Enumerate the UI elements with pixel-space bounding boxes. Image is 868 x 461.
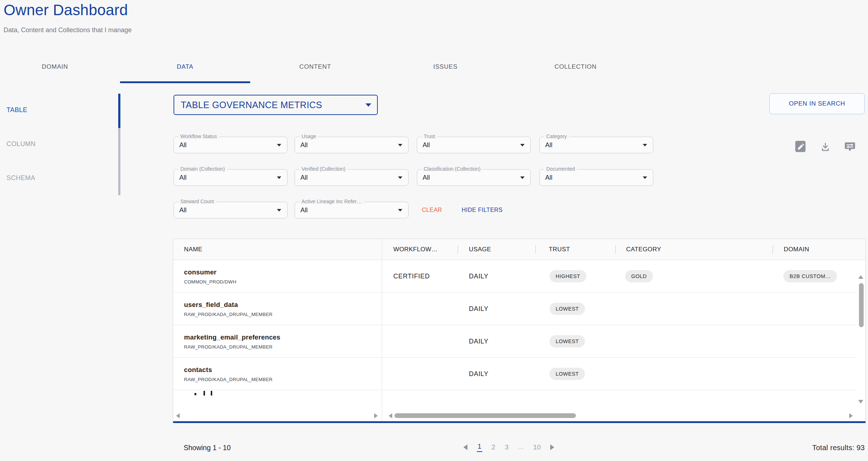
trust-badge: LOWEST [550, 303, 585, 315]
tab-content[interactable]: CONTENT [250, 51, 380, 83]
pagination: 1 2 3 … 10 [463, 442, 554, 453]
next-page-arrow[interactable] [550, 444, 554, 450]
total-results-label: Total results: 93 [812, 444, 865, 452]
download-icon[interactable] [820, 141, 831, 155]
column-header-workflow[interactable]: WORKFLOW… [393, 246, 438, 253]
filter-value: All [179, 137, 187, 153]
page-title: Owner Dashboard [4, 0, 128, 20]
name-cell: users_field_data RAW_PROD/KADA_DRUPAL_ME… [184, 300, 273, 317]
table-name: users_field_data [184, 300, 273, 308]
tab-collection[interactable]: COLLECTION [510, 51, 641, 83]
filter-category[interactable]: Category All [539, 137, 653, 153]
tab-label: COLLECTION [555, 63, 597, 71]
clear-filters-button[interactable]: CLEAR [422, 207, 442, 213]
tab-domain[interactable]: DOMAIN [0, 51, 120, 83]
page-subtitle: Data, Content and Collections that I man… [4, 26, 132, 34]
table-row[interactable]: contacts RAW_PROD/KADA_DRUPAL_MEMBER DAI… [173, 358, 865, 390]
dropdown-caret-icon [277, 144, 281, 146]
table-path: RAW_PROD/KADA_DRUPAL_MEMBER [184, 376, 273, 382]
chevron-down-icon [365, 103, 371, 107]
vertical-scrollbar-thumb[interactable] [859, 283, 864, 327]
column-separator [458, 245, 458, 254]
column-header-usage[interactable]: USAGE [469, 246, 491, 253]
dropdown-caret-icon [643, 176, 647, 179]
filter-verified-collection[interactable]: Verified (Collection) All [295, 169, 409, 186]
name-cell: marketing_email_preferences RAW_PROD/KAD… [184, 333, 281, 349]
metric-selector-label: TABLE GOVERNANCE METRICS [181, 100, 322, 110]
showing-range-label: Showing 1 - 10 [184, 444, 231, 452]
filter-value: All [179, 170, 187, 185]
page-ellipsis: … [518, 444, 524, 451]
edit-note-icon[interactable] [794, 140, 807, 155]
table-path: COMMON_PROD/DWH [184, 279, 236, 284]
horizontal-scrollbar-thumb[interactable] [394, 413, 576, 418]
previous-page-arrow[interactable] [463, 444, 467, 450]
frozen-column-divider [382, 239, 382, 421]
domain-badge: B2B CUSTOM… [783, 270, 837, 282]
filter-label: Active Lineage Inc Refer… [299, 199, 364, 204]
tab-label: CONTENT [299, 63, 331, 71]
column-header-category[interactable]: CATEGORY [626, 246, 661, 253]
workflow-value: CERTIFIED [393, 272, 430, 280]
clipped-text-fragment [194, 393, 196, 395]
sidebar-item-column[interactable]: COLUMN [7, 140, 35, 148]
filter-value: All [423, 170, 430, 185]
sidebar-item-table[interactable]: TABLE [7, 106, 27, 114]
table-row[interactable]: users_field_data RAW_PROD/KADA_DRUPAL_ME… [173, 293, 865, 325]
usage-value: DAILY [469, 272, 488, 280]
filter-classification-collection[interactable]: Classification (Collection) All [417, 169, 531, 186]
column-header-trust[interactable]: TRUST [549, 246, 570, 253]
table-header-row: NAME WORKFLOW… USAGE TRUST CATEGORY DOMA… [173, 239, 865, 260]
table-row[interactable]: marketing_email_preferences RAW_PROD/KAD… [173, 325, 865, 358]
table-name: contacts [184, 366, 273, 374]
scroll-down-arrow[interactable] [858, 400, 863, 404]
page-number-10[interactable]: 10 [533, 443, 541, 451]
columns-scroll-right-arrow[interactable] [849, 413, 853, 418]
name-scroll-left-arrow[interactable] [176, 413, 180, 418]
column-separator [615, 245, 616, 254]
table-path: RAW_PROD/KADA_DRUPAL_MEMBER [184, 311, 273, 317]
filter-workflow-status[interactable]: Workflow Status All [174, 137, 287, 153]
page-number-1[interactable]: 1 [477, 443, 482, 452]
dropdown-caret-icon [398, 144, 402, 146]
sidebar-active-indicator [118, 94, 120, 128]
filter-documented[interactable]: Documented All [539, 169, 653, 186]
filter-active-lineage[interactable]: Active Lineage Inc Refer… All [295, 202, 409, 218]
tab-data[interactable]: DATA [120, 51, 250, 83]
filter-steward-count[interactable]: Steward Count All [174, 202, 287, 218]
results-table: NAME WORKFLOW… USAGE TRUST CATEGORY DOMA… [173, 239, 866, 423]
usage-value: DAILY [469, 370, 488, 377]
hide-filters-button[interactable]: HIDE FILTERS [462, 207, 503, 213]
columns-scroll-left-arrow[interactable] [389, 413, 392, 418]
filter-value: All [545, 137, 552, 153]
name-scroll-right-arrow[interactable] [374, 413, 378, 418]
filter-value: All [300, 202, 308, 218]
page-number-2[interactable]: 2 [492, 443, 496, 451]
filter-label: Classification (Collection) [422, 166, 483, 172]
category-badge: GOLD [625, 270, 653, 282]
name-cell: contacts RAW_PROD/KADA_DRUPAL_MEMBER [184, 366, 273, 382]
open-in-search-button[interactable]: OPEN IN SEARCH [769, 93, 865, 114]
filter-usage[interactable]: Usage All [295, 137, 409, 153]
filter-trust[interactable]: Trust All [417, 137, 531, 153]
tab-issues[interactable]: ISSUES [380, 51, 510, 83]
scroll-up-arrow[interactable] [858, 275, 863, 279]
sidebar-item-schema[interactable]: SCHEMA [7, 174, 35, 182]
clipped-text-fragment [211, 391, 212, 396]
trust-badge: HIGHEST [550, 270, 586, 282]
metric-selector-dropdown[interactable]: TABLE GOVERNANCE METRICS [174, 95, 378, 115]
usage-value: DAILY [469, 337, 488, 345]
filter-value: All [423, 137, 430, 153]
trust-badge: LOWEST [550, 368, 585, 380]
filter-domain-collection[interactable]: Domain (Collection) All [174, 169, 287, 186]
trust-badge: LOWEST [550, 335, 585, 347]
name-cell: consumer COMMON_PROD/DWH [184, 268, 236, 284]
page-number-3[interactable]: 3 [505, 443, 509, 451]
display-settings-icon[interactable] [844, 140, 856, 154]
column-header-domain[interactable]: DOMAIN [784, 246, 809, 253]
dropdown-caret-icon [643, 144, 647, 146]
column-header-name[interactable]: NAME [184, 246, 202, 253]
column-separator [535, 245, 536, 254]
table-row[interactable]: consumer COMMON_PROD/DWH CERTIFIED DAILY… [173, 260, 865, 293]
dropdown-caret-icon [398, 176, 402, 179]
